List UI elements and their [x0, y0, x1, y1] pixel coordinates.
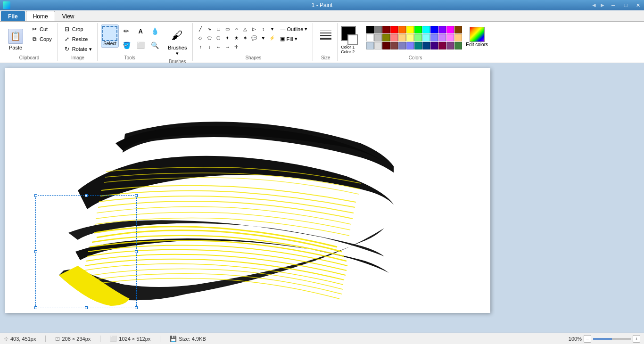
color-swatch-0-2[interactable] — [382, 26, 390, 33]
zoom-out-button[interactable]: − — [584, 335, 591, 343]
shape-star6[interactable]: ✶ — [241, 33, 249, 42]
color-swatch-2-3[interactable] — [390, 42, 398, 49]
shape-callout[interactable]: 💬 — [250, 33, 258, 42]
image-group: ⊡ Crop ⤢ Resize ↻ Rotate▾ Image — [58, 23, 98, 61]
zoom-in-button[interactable]: + — [633, 335, 640, 343]
color-swatch-0-7[interactable] — [422, 26, 430, 33]
shape-more[interactable]: ▾ — [268, 25, 276, 33]
color-swatch-2-11[interactable] — [454, 42, 462, 49]
color-swatch-0-3[interactable] — [390, 26, 398, 33]
text-button[interactable]: A — [134, 25, 147, 38]
close-button[interactable]: ✕ — [632, 0, 644, 10]
shape-star5[interactable]: ★ — [232, 33, 240, 42]
paint-canvas[interactable] — [5, 68, 490, 313]
color-swatch-0-4[interactable] — [398, 26, 406, 33]
forward-arrow[interactable]: ► — [599, 1, 606, 9]
crop-icon: ⊡ — [64, 26, 70, 33]
shape-triangle[interactable]: △ — [241, 25, 249, 33]
brushes-label: Brushes — [168, 45, 187, 50]
color-swatch-2-5[interactable] — [406, 42, 414, 49]
shape-ellipse[interactable]: ○ — [232, 25, 240, 33]
color-swatch-2-6[interactable] — [414, 42, 422, 49]
color-swatch-1-8[interactable] — [430, 34, 438, 41]
color-swatch-1-7[interactable] — [422, 34, 430, 41]
fill-button[interactable]: ▣ Fill▾ — [277, 34, 310, 43]
color-swatch-0-1[interactable] — [374, 26, 382, 33]
shape-lightning[interactable]: ⚡ — [268, 33, 276, 42]
color-swatch-1-1[interactable] — [374, 34, 382, 41]
color-swatch-1-5[interactable] — [406, 34, 414, 41]
color-swatch-2-2[interactable] — [382, 42, 390, 49]
color-swatch-0-5[interactable] — [406, 26, 414, 33]
eraser-button[interactable]: ⬜ — [134, 39, 147, 52]
shapes-row-3: ↑ ↓ ← → ✛ — [196, 42, 276, 51]
tab-view[interactable]: View — [55, 11, 82, 21]
color-swatch-1-0[interactable] — [366, 34, 374, 41]
color-swatch-1-3[interactable] — [390, 34, 398, 41]
outline-button[interactable]: — Outline▾ — [277, 25, 310, 33]
shape-line[interactable]: ╱ — [196, 25, 205, 33]
shape-arrow-right[interactable]: → — [223, 42, 231, 51]
copy-button[interactable]: ⧉ Copy — [28, 34, 55, 44]
color2-swatch[interactable] — [347, 34, 358, 45]
color-swatch-2-1[interactable] — [374, 42, 382, 49]
tab-file[interactable]: File — [1, 11, 25, 21]
shape-arrow-down[interactable]: ↓ — [205, 42, 214, 51]
shape-roundrect[interactable]: ▭ — [223, 25, 231, 33]
rotate-button[interactable]: ↻ Rotate▾ — [61, 44, 95, 54]
shape-rect[interactable]: □ — [214, 25, 223, 33]
color-picker-button[interactable]: 💧 — [148, 25, 161, 38]
shape-scroll[interactable]: ↕ — [259, 25, 267, 33]
swatch-row-1 — [366, 34, 462, 41]
sel-handle-ml[interactable] — [34, 250, 37, 253]
zoom-slider[interactable] — [593, 338, 631, 340]
color-swatch-1-2[interactable] — [382, 34, 390, 41]
pencil-button[interactable]: ✏ — [120, 25, 133, 38]
color-swatch-1-10[interactable] — [446, 34, 454, 41]
color-swatch-0-11[interactable] — [454, 26, 462, 33]
color-swatch-1-9[interactable] — [438, 34, 446, 41]
color-swatch-0-8[interactable] — [430, 26, 438, 33]
color-swatch-0-6[interactable] — [414, 26, 422, 33]
color-swatch-0-9[interactable] — [438, 26, 446, 33]
color-swatch-2-8[interactable] — [430, 42, 438, 49]
color-swatch-0-10[interactable] — [446, 26, 454, 33]
canvas-area[interactable] — [0, 63, 644, 333]
shape-arrow-4way[interactable]: ✛ — [232, 42, 240, 51]
resize-button[interactable]: ⤢ Resize — [61, 34, 95, 44]
sel-handle-tl[interactable] — [34, 194, 37, 197]
shape-heart[interactable]: ♥ — [259, 33, 267, 42]
crop-button[interactable]: ⊡ Crop — [61, 25, 95, 34]
color-swatch-2-4[interactable] — [398, 42, 406, 49]
color-swatch-0-0[interactable] — [366, 26, 374, 33]
shape-star4[interactable]: ✦ — [223, 33, 231, 42]
color-swatch-2-10[interactable] — [446, 42, 454, 49]
back-arrow[interactable]: ◄ — [590, 1, 598, 9]
shape-curve[interactable]: ∿ — [205, 25, 214, 33]
sel-handle-bl[interactable] — [34, 306, 37, 309]
color-swatch-1-6[interactable] — [414, 34, 422, 41]
color-swatch-2-0[interactable] — [366, 42, 374, 49]
color-swatch-2-7[interactable] — [422, 42, 430, 49]
magnifier-button[interactable]: 🔍 — [148, 39, 161, 52]
shape-diamond[interactable]: ◇ — [196, 33, 205, 42]
fill-tool-button[interactable]: 🪣 — [120, 39, 133, 52]
select-button[interactable]: Select — [101, 25, 119, 48]
shape-rightarrow[interactable]: ▷ — [250, 25, 258, 33]
shape-arrow-left[interactable]: ← — [214, 42, 223, 51]
cut-button[interactable]: ✂ Cut — [28, 25, 55, 34]
outline-label: Outline — [287, 26, 303, 32]
color-swatch-1-4[interactable] — [398, 34, 406, 41]
maximize-button[interactable]: □ — [619, 0, 632, 10]
tab-home[interactable]: Home — [26, 11, 55, 21]
brushes-button[interactable]: 🖌 Brushes▾ — [165, 25, 190, 58]
shape-hexagon[interactable]: ⬡ — [214, 33, 223, 42]
color-swatch-1-11[interactable] — [454, 34, 462, 41]
minimize-button[interactable]: ─ — [607, 0, 619, 10]
paste-button[interactable]: 📋 Paste — [4, 25, 27, 54]
shape-arrow-up[interactable]: ↑ — [196, 42, 205, 51]
edit-colors-button[interactable]: Edit colors — [464, 26, 490, 48]
shape-pentagon[interactable]: ⬠ — [205, 33, 214, 42]
color-swatch-2-9[interactable] — [438, 42, 446, 49]
size-button[interactable] — [317, 25, 334, 45]
